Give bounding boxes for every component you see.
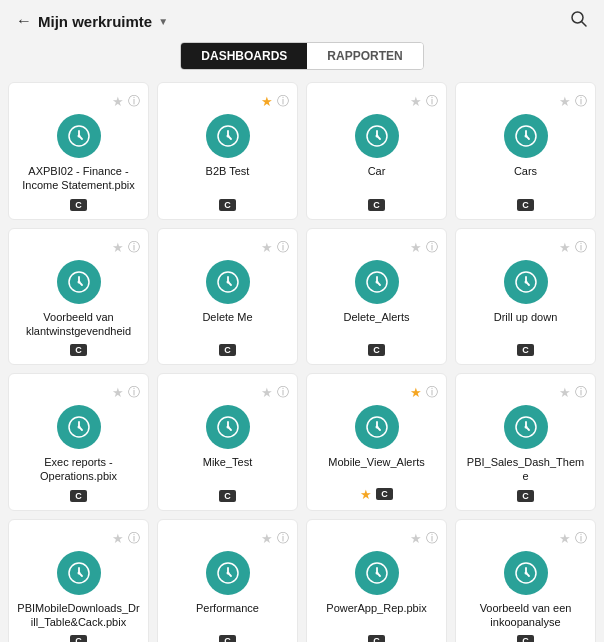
badge-row: C (368, 199, 385, 211)
badge-row: C (70, 199, 87, 211)
card-item[interactable]: ★ⓘ Delete MeC (157, 228, 298, 366)
dashboard-circle-icon (206, 551, 250, 595)
dashboard-circle-icon (206, 114, 250, 158)
star-icon[interactable]: ★ (559, 385, 571, 400)
card-icons-row: ★ⓘ (464, 530, 587, 547)
card-item[interactable]: ★ⓘ PowerApp_Rep.pbixC (306, 519, 447, 642)
tabs-row: DASHBOARDS RAPPORTEN (0, 42, 604, 70)
dashboard-circle-icon (504, 260, 548, 304)
svg-point-29 (226, 571, 229, 574)
star-icon[interactable]: ★ (261, 385, 273, 400)
svg-point-3 (77, 135, 80, 138)
card-item[interactable]: ★ⓘ Drill up downC (455, 228, 596, 366)
info-icon[interactable]: ⓘ (277, 239, 289, 256)
dashboard-circle-icon (504, 114, 548, 158)
info-icon[interactable]: ⓘ (277, 384, 289, 401)
info-icon[interactable]: ⓘ (426, 239, 438, 256)
svg-point-27 (77, 571, 80, 574)
card-item[interactable]: ★ⓘ PBI_Sales_Dash_ThemeC (455, 373, 596, 511)
svg-point-19 (77, 426, 80, 429)
svg-point-7 (375, 135, 378, 138)
type-badge: C (368, 635, 385, 642)
back-button[interactable]: ← (16, 12, 32, 30)
card-item[interactable]: ★ⓘ B2B TestC (157, 82, 298, 220)
card-item[interactable]: ★ⓘ PerformanceC (157, 519, 298, 642)
tab-dashboards[interactable]: DASHBOARDS (181, 43, 307, 69)
card-label: Mike_Test (203, 455, 253, 469)
info-icon[interactable]: ⓘ (426, 384, 438, 401)
card-item[interactable]: ★ⓘ Exec reports - Operations.pbixC (8, 373, 149, 511)
card-label: Exec reports - Operations.pbix (17, 455, 140, 484)
badge-row: C (219, 199, 236, 211)
info-icon[interactable]: ⓘ (128, 93, 140, 110)
card-item[interactable]: ★ⓘ Mobile_View_Alerts★C (306, 373, 447, 511)
info-icon[interactable]: ⓘ (277, 530, 289, 547)
star-icon[interactable]: ★ (559, 94, 571, 109)
star-icon[interactable]: ★ (559, 240, 571, 255)
badge-row: C (70, 490, 87, 502)
card-item[interactable]: ★ⓘ Mike_TestC (157, 373, 298, 511)
badge-row: C (70, 635, 87, 642)
card-item[interactable]: ★ⓘ AXPBI02 - Finance - Income Statement.… (8, 82, 149, 220)
star-icon[interactable]: ★ (410, 531, 422, 546)
badge-row: C (517, 344, 534, 356)
card-icons-row: ★ⓘ (17, 93, 140, 110)
info-icon[interactable]: ⓘ (426, 530, 438, 547)
card-icons-row: ★ⓘ (17, 384, 140, 401)
card-icons-row: ★ⓘ (166, 93, 289, 110)
star-icon[interactable]: ★ (410, 240, 422, 255)
star-icon[interactable]: ★ (112, 385, 124, 400)
star-icon[interactable]: ★ (112, 531, 124, 546)
star-icon[interactable]: ★ (559, 531, 571, 546)
badge-row: C (70, 344, 87, 356)
dashboard-circle-icon (355, 405, 399, 449)
card-item[interactable]: ★ⓘ Voorbeeld van klantwinstgevendheidC (8, 228, 149, 366)
card-label: Performance (196, 601, 259, 615)
type-badge: C (70, 199, 87, 211)
info-icon[interactable]: ⓘ (426, 93, 438, 110)
type-badge: C (219, 635, 236, 642)
type-badge: C (517, 490, 534, 502)
star-icon[interactable]: ★ (261, 531, 273, 546)
card-item[interactable]: ★ⓘ CarsC (455, 82, 596, 220)
type-badge: C (219, 344, 236, 356)
search-icon[interactable] (570, 10, 588, 32)
card-icons-row: ★ⓘ (464, 239, 587, 256)
tab-rapporten[interactable]: RAPPORTEN (307, 43, 422, 69)
badge-row: C (368, 344, 385, 356)
type-badge: C (517, 199, 534, 211)
badge-row: ★C (360, 487, 393, 502)
card-icons-row: ★ⓘ (315, 239, 438, 256)
card-item[interactable]: ★ⓘ CarC (306, 82, 447, 220)
badge-row: C (219, 635, 236, 642)
star-icon[interactable]: ★ (112, 94, 124, 109)
badge-row: C (517, 490, 534, 502)
card-item[interactable]: ★ⓘ Voorbeeld van een inkoopanalyseC (455, 519, 596, 642)
star-icon[interactable]: ★ (261, 240, 273, 255)
info-icon[interactable]: ⓘ (575, 530, 587, 547)
dashboard-circle-icon (206, 405, 250, 449)
info-icon[interactable]: ⓘ (128, 384, 140, 401)
info-icon[interactable]: ⓘ (575, 239, 587, 256)
card-item[interactable]: ★ⓘ Delete_AlertsC (306, 228, 447, 366)
card-item[interactable]: ★ⓘ PBIMobileDownloads_Drill_Table&Cack.p… (8, 519, 149, 642)
star-icon[interactable]: ★ (410, 94, 422, 109)
type-badge: C (70, 344, 87, 356)
star-icon[interactable]: ★ (261, 94, 273, 109)
type-badge: C (517, 635, 534, 642)
card-label: PBIMobileDownloads_Drill_Table&Cack.pbix (17, 601, 140, 630)
info-icon[interactable]: ⓘ (128, 239, 140, 256)
info-icon[interactable]: ⓘ (575, 384, 587, 401)
info-icon[interactable]: ⓘ (128, 530, 140, 547)
badge-row: C (517, 635, 534, 642)
svg-point-15 (375, 280, 378, 283)
card-icons-row: ★ⓘ (464, 384, 587, 401)
card-icons-row: ★ⓘ (166, 239, 289, 256)
dashboard-circle-icon (504, 405, 548, 449)
star-icon[interactable]: ★ (410, 385, 422, 400)
workspace-chevron[interactable]: ▼ (158, 16, 168, 27)
info-icon[interactable]: ⓘ (575, 93, 587, 110)
star-icon[interactable]: ★ (112, 240, 124, 255)
info-icon[interactable]: ⓘ (277, 93, 289, 110)
type-badge: C (219, 490, 236, 502)
